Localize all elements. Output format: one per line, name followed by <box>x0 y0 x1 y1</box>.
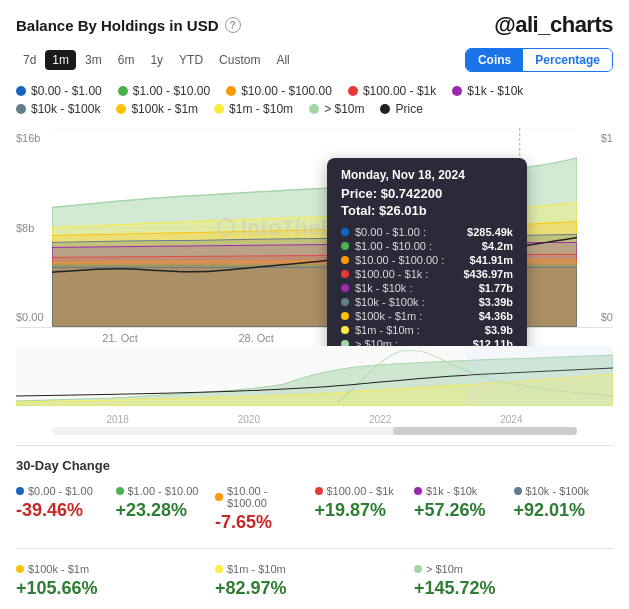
change-range-label: $1m - $10m <box>215 563 408 575</box>
change-range-text: $10k - $100k <box>526 485 590 497</box>
change-range-dot <box>414 487 422 495</box>
change-pct: +145.72% <box>414 578 607 599</box>
tooltip-price-label: Price: <box>341 186 377 201</box>
tooltip-row: $0.00 - $1.00 : $285.49k <box>341 226 513 238</box>
tooltip-row-value: $436.97m <box>463 268 513 280</box>
time-btn-custom[interactable]: Custom <box>212 50 267 70</box>
legend-item-7: $1m - $10m <box>214 102 293 116</box>
change-cell-5: $10k - $100k +92.01% <box>514 481 614 538</box>
change-pct: +92.01% <box>514 500 608 521</box>
legend-label-5: $10k - $100k <box>31 102 100 116</box>
time-btn-6m[interactable]: 6m <box>111 50 142 70</box>
tooltip-row: $10k - $100k : $3.39b <box>341 296 513 308</box>
header-title: Balance By Holdings in USD ? <box>16 17 241 34</box>
time-btn-7d[interactable]: 7d <box>16 50 43 70</box>
change-range-text: $100k - $1m <box>28 563 89 575</box>
change-divider <box>16 548 613 549</box>
change-range-label: $1.00 - $10.00 <box>116 485 210 497</box>
change-range-dot <box>16 487 24 495</box>
tooltip-row: $100k - $1m : $4.36b <box>341 310 513 322</box>
change-cell-2: $10.00 - $100.00 -7.65% <box>215 481 315 538</box>
y-axis-right: $1 $0 <box>577 128 613 327</box>
tooltip-total: Total: $26.01b <box>341 203 513 218</box>
tooltip-row: $1m - $10m : $3.9b <box>341 324 513 336</box>
svg-rect-6 <box>466 346 613 406</box>
y-label-16b: $16b <box>16 132 52 144</box>
tooltip-row-dot <box>341 270 349 278</box>
legend: $0.00 - $1.00 $1.00 - $10.00 $10.00 - $1… <box>16 84 613 116</box>
legend-item-8: > $10m <box>309 102 364 116</box>
change-cell2-2: > $10m +145.72% <box>414 559 613 604</box>
header: Balance By Holdings in USD ? @ali_charts <box>16 12 613 38</box>
tooltip-date: Monday, Nov 18, 2024 <box>341 168 513 182</box>
change-cell-0: $0.00 - $1.00 -39.46% <box>16 481 116 538</box>
change-range-dot <box>414 565 422 573</box>
change-range-text: $1.00 - $10.00 <box>128 485 199 497</box>
legend-item-3: $100.00 - $1k <box>348 84 436 98</box>
time-btn-1m[interactable]: 1m <box>45 50 76 70</box>
legend-dot-0 <box>16 86 26 96</box>
change-pct: +23.28% <box>116 500 210 521</box>
tooltip-row-label: $1k - $10k : <box>355 282 412 294</box>
legend-label-1: $1.00 - $10.00 <box>133 84 210 98</box>
change-range-label: $0.00 - $1.00 <box>16 485 110 497</box>
change-range-dot <box>215 565 223 573</box>
change-range-text: > $10m <box>426 563 463 575</box>
percentage-toggle[interactable]: Percentage <box>523 49 612 71</box>
change-range-label: $100.00 - $1k <box>315 485 409 497</box>
legend-dot-8 <box>309 104 319 114</box>
change-range-dot <box>315 487 323 495</box>
coins-toggle[interactable]: Coins <box>466 49 523 71</box>
legend-item-0: $0.00 - $1.00 <box>16 84 102 98</box>
y-axis-left: $16b $8b $0.00 <box>16 128 52 327</box>
overview-x-2022: 2022 <box>369 414 391 425</box>
tooltip-row: $10.00 - $100.00 : $41.91m <box>341 254 513 266</box>
tooltip-row-dot <box>341 256 349 264</box>
legend-label-6: $100k - $1m <box>131 102 198 116</box>
legend-dot-6 <box>116 104 126 114</box>
chart-tooltip: Monday, Nov 18, 2024 Price: $0.742200 To… <box>327 158 527 362</box>
change-grid-1: $0.00 - $1.00 -39.46% $1.00 - $10.00 +23… <box>16 481 613 538</box>
change-range-text: $1m - $10m <box>227 563 286 575</box>
legend-item-4: $1k - $10k <box>452 84 523 98</box>
change-cell-3: $100.00 - $1k +19.87% <box>315 481 415 538</box>
y-right-label-0: $0 <box>577 311 613 323</box>
tooltip-rows: $0.00 - $1.00 : $285.49k $1.00 - $10.00 … <box>341 226 513 350</box>
legend-label-4: $1k - $10k <box>467 84 523 98</box>
legend-label-8: > $10m <box>324 102 364 116</box>
change-section: 30-Day Change $0.00 - $1.00 -39.46% $1.0… <box>16 445 613 609</box>
help-icon[interactable]: ? <box>225 17 241 33</box>
time-btn-3m[interactable]: 3m <box>78 50 109 70</box>
change-pct: +105.66% <box>16 578 209 599</box>
tooltip-total-value: $26.01b <box>379 203 427 218</box>
page: Balance By Holdings in USD ? @ali_charts… <box>0 0 629 609</box>
overview-x-2018: 2018 <box>107 414 129 425</box>
legend-label-7: $1m - $10m <box>229 102 293 116</box>
legend-item-2: $10.00 - $100.00 <box>226 84 332 98</box>
time-btn-1y[interactable]: 1y <box>143 50 170 70</box>
x-label-0: 21. Oct <box>102 332 137 344</box>
legend-dot-2 <box>226 86 236 96</box>
change-range-text: $10.00 - $100.00 <box>227 485 309 509</box>
time-range-buttons: 7d 1m 3m 6m 1y YTD Custom All <box>16 50 297 70</box>
brand-watermark: @ali_charts <box>494 12 613 38</box>
scroll-track[interactable] <box>52 427 577 435</box>
page-title: Balance By Holdings in USD <box>16 17 219 34</box>
legend-item-1: $1.00 - $10.00 <box>118 84 210 98</box>
time-btn-all[interactable]: All <box>269 50 296 70</box>
time-btn-ytd[interactable]: YTD <box>172 50 210 70</box>
x-label-1: 28. Oct <box>238 332 273 344</box>
tooltip-row-value: $3.39b <box>479 296 513 308</box>
y-label-8b: $8b <box>16 222 52 234</box>
change-grid-2: $100k - $1m +105.66% $1m - $10m +82.97% … <box>16 559 613 609</box>
tooltip-row-label: $1m - $10m : <box>355 324 420 336</box>
scroll-thumb[interactable] <box>393 427 577 435</box>
tooltip-row-label: $100.00 - $1k : <box>355 268 428 280</box>
change-cell2-0: $100k - $1m +105.66% <box>16 559 215 604</box>
tooltip-row-value: $4.36b <box>479 310 513 322</box>
change-range-dot <box>215 493 223 501</box>
legend-item-6: $100k - $1m <box>116 102 198 116</box>
tooltip-row-dot <box>341 326 349 334</box>
legend-dot-3 <box>348 86 358 96</box>
tooltip-row-value: $41.91m <box>470 254 513 266</box>
